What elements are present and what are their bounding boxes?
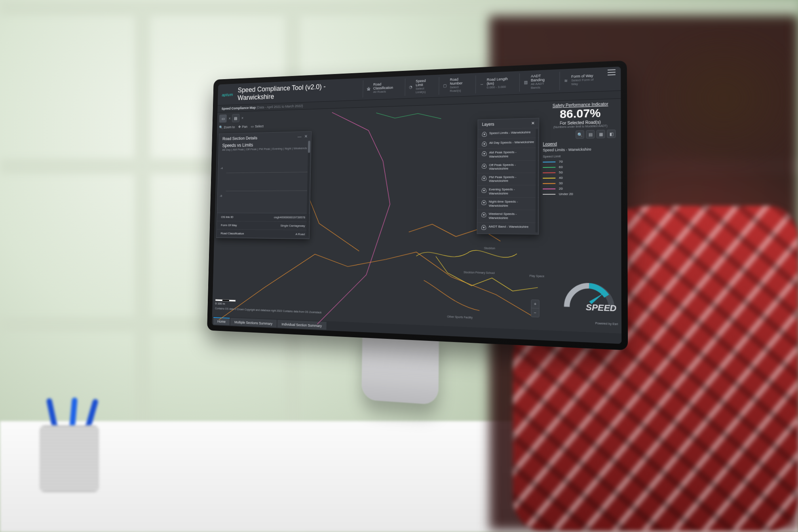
svg-text:Stockton Primary School: Stockton Primary School <box>464 271 495 275</box>
subheader-title: Speed Compliance Map <box>222 106 256 110</box>
legend-label: 60 <box>559 165 563 169</box>
map-layers-button[interactable]: ▤ <box>586 130 595 139</box>
map-search-button[interactable]: 🔍 <box>576 131 584 139</box>
layers-panel: Layers✕ Speed Limits - WarwickshireAll D… <box>477 118 540 234</box>
zoom-to-button[interactable]: 🔍 Zoom to <box>219 125 235 129</box>
layer-item[interactable]: AM Peak Speeds - Warwickshire <box>478 148 539 161</box>
svg-text:Other Sports Facility: Other Sports Facility <box>447 315 473 319</box>
layer-label: All Day Speeds - Warwickshire <box>489 140 534 145</box>
brand-logo: aptum <box>222 92 233 97</box>
layer-item[interactable]: Night-time Speeds - Warwickshire <box>477 197 538 210</box>
table-row: OS link IDosgb4000000019739578 <box>217 213 310 222</box>
layer-item[interactable]: Off Peak Speeds - Warwickshire <box>478 160 539 173</box>
legend-panel: Legend Speed Limits - Warwickshire Speed… <box>543 141 618 197</box>
legend-swatch <box>543 167 555 168</box>
layer-item[interactable]: Weekend Speeds - Warwickshire <box>477 210 539 222</box>
eye-icon[interactable] <box>481 200 486 205</box>
map-scale: 0 100 m <box>215 299 236 306</box>
road-properties-table: OS link IDosgb4000000019739578 Form Of W… <box>217 213 310 239</box>
filter-form-of-way[interactable]: ≋Form of WaySelect Form of Way <box>559 70 602 90</box>
lane-icon: ≋ <box>563 78 569 84</box>
eye-icon[interactable] <box>482 176 486 180</box>
legend-section: Speed Limits - Warwickshire <box>543 147 618 152</box>
select-button[interactable]: ▭ Select <box>251 124 264 128</box>
view-tab-2-close[interactable]: × <box>241 114 244 122</box>
gauge-icon: ◔ <box>408 84 414 90</box>
layer-label: Off Peak Speeds - Warwickshire <box>489 162 534 171</box>
filter-road-classification[interactable]: 🛣Road ClassificationAll Roads <box>363 79 403 98</box>
eye-icon[interactable] <box>481 213 486 217</box>
zoom-out-button[interactable]: − <box>531 308 539 317</box>
layer-label: AM Peak Speeds - Warwickshire <box>489 150 535 159</box>
speed-logo: SPEED <box>561 272 618 316</box>
map-zoom-control: + − <box>531 300 540 317</box>
menu-button[interactable] <box>608 69 616 76</box>
eye-icon[interactable] <box>482 142 486 146</box>
panel-collapse-icon[interactable]: — <box>298 134 302 139</box>
eye-icon[interactable] <box>482 163 486 168</box>
layer-label: PM Peak Speeds - Warwickshire <box>489 175 534 183</box>
monitor: aptum Speed Compliance Tool (v2.0) - War… <box>190 69 618 338</box>
right-column: Safety Performance Indicator 86.07% For … <box>543 101 618 197</box>
photo-scene: aptum Speed Compliance Tool (v2.0) - War… <box>0 0 798 532</box>
eye-icon[interactable] <box>482 188 486 193</box>
filter-road-number[interactable]: ▢Road NumberSelect Road(s) <box>439 76 473 95</box>
road-icon: 🛣 <box>366 86 371 91</box>
map-legend-button[interactable]: ◧ <box>607 130 616 139</box>
legend-label: 30 <box>559 182 563 186</box>
layer-item[interactable]: Evening Speeds - Warwickshire <box>477 185 538 198</box>
svg-text:Stockton: Stockton <box>484 247 495 250</box>
legend-subhead: Speed Limit <box>543 154 618 158</box>
svg-text:SPEED: SPEED <box>586 302 616 313</box>
bars-icon: ▥ <box>523 80 528 86</box>
app-window: aptum Speed Compliance Tool (v2.0) - War… <box>212 66 621 344</box>
zoom-in-button[interactable]: + <box>531 300 539 309</box>
layers-title: Layers <box>482 122 494 127</box>
layers-scrollbar[interactable] <box>536 129 538 232</box>
legend-label: 50 <box>559 171 563 175</box>
speeds-vs-limits-chart: -4-8 <box>225 153 308 210</box>
filter-aadt-banding[interactable]: ▥AADT BandingAll AADT Bands <box>519 72 557 92</box>
legend-row: 30 <box>543 180 618 186</box>
legend-row: 40 <box>543 175 618 180</box>
legend-swatch <box>543 194 555 195</box>
filter-road-length[interactable]: ↔Road Length (km)0.000 - 3.000 <box>475 74 517 93</box>
layer-item[interactable]: PM Peak Speeds - Warwickshire <box>477 172 538 185</box>
layers-close-icon[interactable]: ✕ <box>531 121 534 126</box>
table-row: Form Of WaySingle Carriageway <box>217 221 310 230</box>
work-area: Stockton Stockton Primary School Other S… <box>212 99 621 334</box>
svg-text:Play Space: Play Space <box>529 274 544 278</box>
filter-speed-limit[interactable]: ◔Speed LimitSelect Limit(s) <box>405 77 437 96</box>
legend-swatch <box>543 183 555 184</box>
legend-label: 40 <box>559 176 563 180</box>
view-tab-table[interactable]: ▤ <box>232 114 239 122</box>
map-tool-buttons: 🔍 ▤ ▦ ◧ <box>576 130 616 139</box>
spi-value: 86.07% <box>543 106 618 122</box>
eye-icon[interactable] <box>482 151 486 156</box>
eye-icon[interactable] <box>481 225 486 230</box>
layer-item[interactable]: All Day Speeds - Warwickshire <box>478 138 539 149</box>
map-basemap-button[interactable]: ▦ <box>597 130 605 139</box>
layer-item[interactable]: AADT Band - Warwickshire <box>477 222 539 232</box>
layer-label: AADT Band - Warwickshire <box>488 224 528 229</box>
panel-close-icon[interactable]: ✕ <box>304 134 308 139</box>
ruler-icon: ↔ <box>479 81 484 87</box>
legend-swatch <box>543 162 555 163</box>
view-tab-1-close[interactable]: × <box>228 114 230 123</box>
table-row: Road ClassificationA Road <box>217 230 309 239</box>
app-title: Speed Compliance Tool (v2.0) - Warwicksh… <box>238 81 358 102</box>
layer-label: Weekend Speeds - Warwickshire <box>489 212 534 220</box>
legend-label: 70 <box>559 160 563 164</box>
sign-icon: ▢ <box>443 83 448 88</box>
eye-icon[interactable] <box>482 132 487 137</box>
view-tabs: ▭× ▤× <box>219 114 244 123</box>
pan-button[interactable]: ✥ Pan <box>238 125 247 129</box>
legend-row: 20 <box>543 186 618 192</box>
layer-item[interactable]: Speed Limits - Warwickshire <box>478 128 539 139</box>
layer-label: Night-time Speeds - Warwickshire <box>489 200 534 208</box>
view-tab-map[interactable]: ▭ <box>219 114 227 123</box>
spi-widget: Safety Performance Indicator 86.07% For … <box>543 101 618 129</box>
legend-row: Under 20 <box>543 191 618 197</box>
panel-title: Road Section Details <box>222 135 257 141</box>
legend-title: Legend <box>543 141 618 146</box>
